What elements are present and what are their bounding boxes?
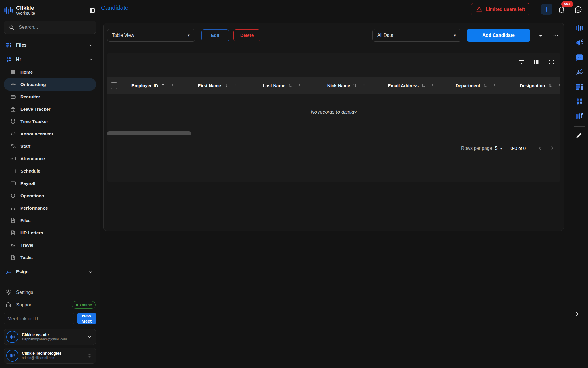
sidebar-item[interactable]: Travel xyxy=(4,239,96,251)
chat-button[interactable] xyxy=(574,5,583,14)
delete-button[interactable]: Delete xyxy=(233,29,260,41)
sidebar-collapse-button[interactable] xyxy=(88,6,96,14)
column-menu-icon[interactable] xyxy=(430,83,435,88)
meet-row: New Meet xyxy=(4,313,96,324)
column-menu-icon[interactable] xyxy=(233,83,238,88)
column-header[interactable]: Nick Name xyxy=(315,83,379,88)
files-group-icon xyxy=(5,42,12,49)
sidebar-item[interactable]: Time Tracker xyxy=(4,115,96,128)
column-label: First Name xyxy=(198,83,221,88)
table-fullscreen-icon[interactable] xyxy=(547,57,556,66)
next-page-button[interactable] xyxy=(548,144,556,153)
online-dot-icon xyxy=(76,304,78,306)
sidebar-item-label: Schedule xyxy=(20,168,40,174)
rail-expand-chevron[interactable] xyxy=(573,310,581,318)
sidebar-item[interactable]: Recruiter xyxy=(4,91,96,103)
sidebar-item[interactable]: Leave Tracker xyxy=(4,103,96,115)
table-filter-icon[interactable] xyxy=(517,57,526,66)
previous-page-button[interactable] xyxy=(536,144,545,153)
plane-icon xyxy=(10,242,16,248)
sidebar-item[interactable]: Announcement xyxy=(4,128,96,140)
add-candidate-button[interactable]: Add Candidate xyxy=(467,29,530,42)
new-meet-button[interactable]: New Meet xyxy=(77,313,96,324)
view-select[interactable]: Table View xyxy=(107,29,195,42)
data-filter-value: All Data xyxy=(377,33,393,38)
rail-app-list xyxy=(575,18,584,121)
settings-label: Settings xyxy=(16,290,33,295)
column-header[interactable]: Last Name xyxy=(250,83,315,88)
toolbar-more-icon[interactable] xyxy=(552,31,560,40)
column-menu-icon[interactable] xyxy=(297,83,302,88)
sidebar-item[interactable]: Operations xyxy=(4,189,96,202)
column-menu-icon[interactable] xyxy=(492,83,497,88)
rail-divider xyxy=(574,126,585,126)
plus-icon xyxy=(543,5,550,13)
sidebar-item[interactable]: Home xyxy=(4,66,96,78)
sidebar-item[interactable]: Staff xyxy=(4,140,96,152)
chat-app-icon[interactable] xyxy=(575,53,584,62)
toolbar: Table View Edit Delete All Data Add Cand… xyxy=(107,29,560,42)
empty-table-message: No records to display xyxy=(107,109,560,115)
chat-bubble-icon xyxy=(574,5,583,14)
column-menu-icon[interactable] xyxy=(361,83,367,88)
sidebar-item[interactable]: Files xyxy=(4,214,96,227)
column-header[interactable]: Employee ID xyxy=(121,83,185,88)
toolbar-filter-icon[interactable] xyxy=(537,31,545,40)
sidebar-item-label: Onboarding xyxy=(20,82,46,87)
settings-item[interactable]: Settings xyxy=(4,286,96,298)
table-columns-icon[interactable] xyxy=(532,57,541,66)
column-header[interactable]: Designation xyxy=(508,83,560,88)
sidebar-item[interactable]: HR Letters xyxy=(4,227,96,239)
search-box[interactable] xyxy=(4,21,96,34)
sidebar-header: Clikkle Worksuite xyxy=(4,0,96,18)
account-card[interactable]: Clikkle-wsuite stephandgraham@gmail.com xyxy=(4,329,96,345)
account-card[interactable]: Clikkle Technologies admin@clikkmail.com xyxy=(4,348,96,364)
rows-per-page-select[interactable]: 5 xyxy=(495,146,503,151)
limited-users-button[interactable]: Limited users left xyxy=(471,3,529,15)
edit-button[interactable]: Edit xyxy=(201,29,229,41)
sort-icon xyxy=(223,83,229,88)
data-filter-select[interactable]: All Data xyxy=(372,29,461,42)
search-input[interactable] xyxy=(19,24,91,30)
select-all-checkbox[interactable] xyxy=(111,82,117,89)
column-label: Designation xyxy=(520,83,545,88)
column-header[interactable]: Department xyxy=(444,83,508,88)
sidebar-item[interactable]: Tasks xyxy=(4,251,96,264)
hr-submenu: Home Onboarding Recruiter Leave xyxy=(4,66,96,264)
sidebar-item-label: Attendance xyxy=(20,156,45,161)
rows-per-page-label: Rows per page xyxy=(461,146,492,151)
column-header[interactable]: First Name xyxy=(185,83,250,88)
online-status-text: Online xyxy=(80,303,92,307)
horizontal-scrollbar[interactable] xyxy=(107,131,191,135)
sidebar-item[interactable]: Payroll xyxy=(4,177,96,189)
column-menu-icon[interactable] xyxy=(170,83,175,88)
meet-link-input[interactable] xyxy=(4,313,74,324)
pencil-edit-icon[interactable] xyxy=(575,131,584,140)
sidebar-item[interactable]: Performance xyxy=(4,202,96,214)
files-app-icon[interactable] xyxy=(575,82,584,92)
unfold-icon xyxy=(87,353,92,359)
clikkle-bars-icon xyxy=(4,5,13,15)
worksuite-app-icon[interactable] xyxy=(575,23,584,33)
quick-add-button[interactable] xyxy=(541,4,552,15)
sidebar-item[interactable]: Attendance xyxy=(4,152,96,165)
hr-app-icon[interactable] xyxy=(575,97,584,106)
sort-icon xyxy=(482,83,488,88)
sidebar-item-label: Announcement xyxy=(20,131,53,137)
sidebar-item[interactable]: Schedule xyxy=(4,165,96,177)
esign-app-icon[interactable] xyxy=(575,67,584,77)
sidebar-group-hr[interactable]: Hr xyxy=(4,53,96,66)
sidebar-group-label: Files xyxy=(16,43,26,48)
sidebar-item-label: Payroll xyxy=(20,181,35,186)
sidebar-group-esign[interactable]: Esign xyxy=(4,266,96,278)
column-menu-icon[interactable] xyxy=(557,83,560,88)
rows-per-page-value: 5 xyxy=(495,146,498,151)
projects-app-icon[interactable] xyxy=(575,111,584,121)
sidebar-item[interactable]: Onboarding xyxy=(4,78,96,91)
sidebar-group-files[interactable]: Files xyxy=(4,39,96,51)
sidebar-item-label: Performance xyxy=(20,206,48,211)
support-item[interactable]: Support Online xyxy=(4,298,96,311)
column-header[interactable]: Email Address xyxy=(379,83,444,88)
campaigns-app-icon[interactable] xyxy=(575,38,584,48)
brand-logo[interactable]: Clikkle Worksuite xyxy=(4,5,35,16)
